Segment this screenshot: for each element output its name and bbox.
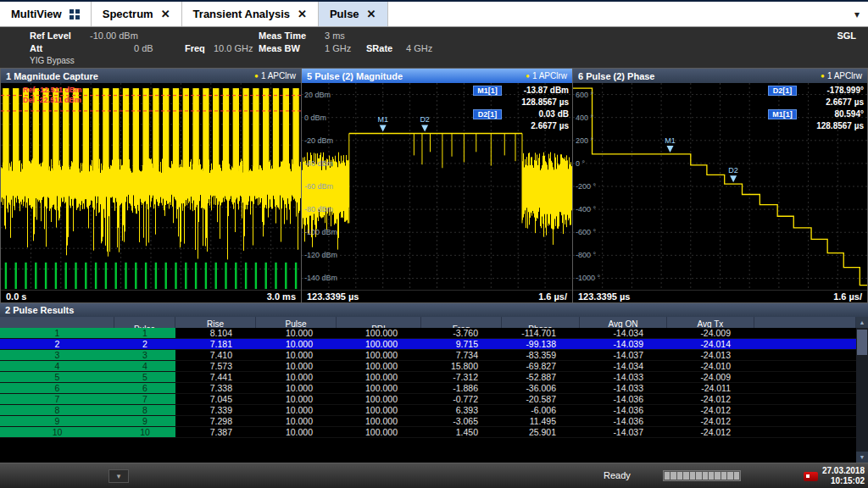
value-cell[interactable]: 100.000	[337, 350, 421, 361]
freq-value[interactable]: 10.0 GHz	[214, 43, 253, 53]
value-cell[interactable]: 7.298	[175, 416, 256, 427]
id-cell[interactable]: 10	[0, 427, 114, 438]
value-cell[interactable]: -24.012	[667, 405, 754, 416]
value-cell[interactable]: -14.033	[580, 383, 667, 394]
id-cell[interactable]: 7	[0, 394, 114, 405]
value-cell[interactable]: 100.000	[337, 328, 421, 339]
value-cell[interactable]: 10.000	[256, 394, 337, 405]
value-cell[interactable]: -14.034	[580, 328, 667, 339]
row-filler-cell[interactable]	[754, 361, 856, 372]
value-cell[interactable]: -14.037	[580, 350, 667, 361]
value-cell[interactable]: -36.006	[502, 383, 580, 394]
pulse-no-cell[interactable]: 2	[114, 339, 175, 350]
value-cell[interactable]: -99.138	[502, 339, 580, 350]
value-cell[interactable]: 100.000	[337, 416, 421, 427]
pulse-no-cell[interactable]: 10	[114, 427, 175, 438]
value-cell[interactable]: -20.587	[502, 394, 580, 405]
value-cell[interactable]: -24.009	[667, 372, 754, 383]
tab-transient-analysis[interactable]: Transient Analysis ✕	[182, 2, 319, 26]
value-cell[interactable]: 100.000	[337, 427, 421, 438]
value-cell[interactable]: -3.065	[421, 416, 502, 427]
value-cell[interactable]: 10.000	[256, 383, 337, 394]
value-cell[interactable]: -14.036	[580, 405, 667, 416]
value-cell[interactable]: 10.000	[256, 427, 337, 438]
panel-header-pulse-magnitude[interactable]: 5 Pulse (2) Magnitude ●1 APClrw	[302, 69, 572, 83]
value-cell[interactable]: -0.772	[421, 394, 502, 405]
row-filler-cell[interactable]	[754, 427, 856, 438]
value-cell[interactable]: -83.359	[502, 350, 580, 361]
value-cell[interactable]: 8.104	[175, 328, 256, 339]
meas-time-label[interactable]: Meas Time	[259, 30, 306, 41]
value-cell[interactable]: -1.886	[421, 383, 502, 394]
value-cell[interactable]: -52.887	[502, 372, 580, 383]
meas-bw-value[interactable]: 1 GHz	[325, 43, 351, 53]
ref-level-label[interactable]: Ref Level	[30, 30, 71, 41]
pulse-no-cell[interactable]: 4	[114, 361, 175, 372]
value-cell[interactable]: 100.000	[337, 394, 421, 405]
value-cell[interactable]: 10.000	[256, 361, 337, 372]
value-cell[interactable]: -14.039	[580, 339, 667, 350]
row-filler-cell[interactable]	[754, 350, 856, 361]
row-filler-cell[interactable]	[754, 383, 856, 394]
pulse-phase-plot[interactable]: M1D2 600 °400 °200 °0 °-200 °-400 °-600 …	[573, 83, 867, 290]
value-cell[interactable]: -14.033	[580, 372, 667, 383]
tab-overflow-button[interactable]: ▾	[846, 2, 868, 26]
value-cell[interactable]: -114.701	[502, 328, 580, 339]
value-cell[interactable]: 10.000	[256, 328, 337, 339]
value-cell[interactable]: -24.011	[667, 383, 754, 394]
table-scrollbar[interactable]: ▲ ▼	[856, 317, 868, 463]
value-cell[interactable]: -14.034	[580, 361, 667, 372]
value-cell[interactable]: 25.901	[502, 427, 580, 438]
close-icon[interactable]: ✕	[161, 8, 170, 19]
pulse-no-cell[interactable]: 8	[114, 405, 175, 416]
row-filler-cell[interactable]	[754, 405, 856, 416]
id-cell[interactable]: 4	[0, 361, 114, 372]
freq-label[interactable]: Freq	[185, 43, 205, 53]
value-cell[interactable]: 7.045	[175, 394, 256, 405]
value-cell[interactable]: -69.827	[502, 361, 580, 372]
value-cell[interactable]: 15.800	[421, 361, 502, 372]
value-cell[interactable]: 7.181	[175, 339, 256, 350]
status-dropdown-button[interactable]: ▾	[108, 469, 129, 483]
value-cell[interactable]: -6.006	[502, 405, 580, 416]
pulse-no-cell[interactable]: 3	[114, 350, 175, 361]
value-cell[interactable]: 7.338	[175, 383, 256, 394]
value-cell[interactable]: 10.000	[256, 416, 337, 427]
row-filler-cell[interactable]	[754, 328, 856, 339]
ref-level-value[interactable]: -10.00 dBm	[90, 30, 138, 41]
id-cell[interactable]: 8	[0, 405, 114, 416]
scroll-up-button[interactable]: ▲	[856, 317, 868, 328]
tab-spectrum[interactable]: Spectrum ✕	[92, 2, 182, 26]
value-cell[interactable]: -3.760	[421, 328, 502, 339]
tab-multiview[interactable]: MultiView	[0, 2, 92, 26]
panel-header-pulse-phase[interactable]: 6 Pulse (2) Phase ●1 APClrw	[573, 69, 867, 83]
value-cell[interactable]: 6.393	[421, 405, 502, 416]
scroll-thumb[interactable]	[857, 330, 867, 355]
pulse-no-cell[interactable]: 7	[114, 394, 175, 405]
value-cell[interactable]: 7.734	[421, 350, 502, 361]
close-icon[interactable]: ✕	[367, 8, 376, 19]
value-cell[interactable]: 7.410	[175, 350, 256, 361]
id-cell[interactable]: 5	[0, 372, 114, 383]
row-filler-cell[interactable]	[754, 394, 856, 405]
meas-bw-label[interactable]: Meas BW	[259, 43, 300, 53]
value-cell[interactable]: 7.387	[175, 427, 256, 438]
id-cell[interactable]: 1	[0, 328, 114, 339]
value-cell[interactable]: -24.014	[667, 339, 754, 350]
value-cell[interactable]: 100.000	[337, 405, 421, 416]
id-cell[interactable]: 2	[0, 339, 114, 350]
pulse-magnitude-plot[interactable]: M1D2 20 dBm0 dBm-20 dBm-40 dBm-60 dBm-80…	[302, 83, 572, 290]
value-cell[interactable]: 100.000	[337, 339, 421, 350]
value-cell[interactable]: -24.013	[667, 350, 754, 361]
id-cell[interactable]: 9	[0, 416, 114, 427]
value-cell[interactable]: 10.000	[256, 350, 337, 361]
value-cell[interactable]: -24.012	[667, 416, 754, 427]
value-cell[interactable]: 100.000	[337, 361, 421, 372]
tab-pulse[interactable]: Pulse ✕	[319, 2, 388, 26]
value-cell[interactable]: 11.495	[502, 416, 580, 427]
pulse-no-cell[interactable]: 9	[114, 416, 175, 427]
value-cell[interactable]: 7.339	[175, 405, 256, 416]
srate-label[interactable]: SRate	[366, 43, 392, 53]
value-cell[interactable]: 1.450	[421, 427, 502, 438]
value-cell[interactable]: -24.012	[667, 394, 754, 405]
